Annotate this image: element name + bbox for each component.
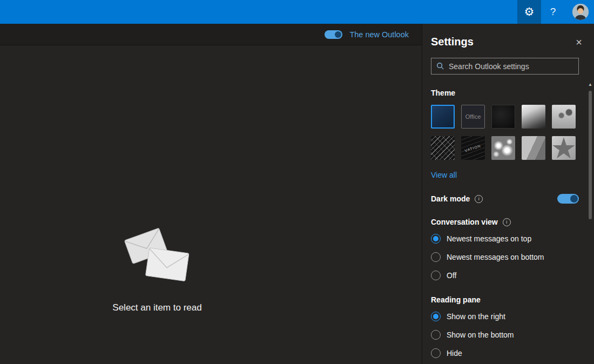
option-label: Newest messages on bottom: [447, 253, 544, 261]
settings-panel: Settings × Theme Office VATION: [422, 24, 594, 364]
theme-tile-star[interactable]: ★: [552, 136, 576, 160]
option-label: Newest messages on top: [447, 234, 531, 243]
radio-icon: [431, 252, 441, 262]
dark-mode-row: Dark mode i: [431, 194, 579, 204]
empty-state: Select an item to read: [60, 227, 254, 313]
radio-option-show-bottom[interactable]: Show on the bottom: [431, 329, 579, 341]
theme-tiles-row-1: Office: [431, 105, 579, 129]
theme-tile-lights[interactable]: [491, 136, 515, 160]
theme-tile-blue[interactable]: [431, 105, 455, 129]
theme-tiles-row-2: VATION ★: [431, 136, 579, 160]
mail-toolbar: The new Outlook: [0, 24, 422, 45]
avatar-photo: [572, 4, 589, 20]
conversation-view-label: Conversation view: [431, 218, 498, 226]
scroll-up-icon[interactable]: ▲: [586, 82, 594, 87]
settings-search-box[interactable]: [431, 58, 579, 75]
star-icon: ★: [552, 136, 576, 160]
reading-pane-label-group: Reading pane: [431, 295, 579, 304]
theme-tile-circuit[interactable]: [431, 136, 455, 160]
user-avatar[interactable]: [572, 4, 589, 20]
option-label: Hide: [447, 349, 462, 358]
dark-mode-toggle[interactable]: [557, 194, 579, 204]
radio-selected-icon: [431, 312, 441, 321]
view-all-link[interactable]: View all: [431, 171, 457, 179]
dark-mode-label: Dark mode: [431, 194, 470, 203]
option-label: Off: [447, 271, 456, 280]
theme-tile-landscape[interactable]: [522, 136, 545, 160]
theme-tile-palms-photo[interactable]: [552, 105, 576, 129]
search-icon: [436, 62, 444, 70]
theme-tile-vation[interactable]: VATION: [461, 136, 485, 160]
help-button[interactable]: ?: [541, 0, 565, 24]
settings-search-input[interactable]: [449, 62, 573, 71]
radio-icon: [431, 271, 441, 280]
close-icon[interactable]: ×: [576, 37, 582, 48]
info-icon[interactable]: i: [503, 218, 511, 226]
new-outlook-label: The new Outlook: [349, 30, 409, 39]
gear-icon: ⚙: [524, 5, 535, 18]
theme-section-label: Theme: [431, 89, 579, 97]
settings-title: Settings: [431, 36, 474, 48]
scrollbar-thumb[interactable]: [589, 91, 592, 219]
reading-pane-area: Select an item to read: [0, 46, 422, 364]
empty-message: Select an item to read: [60, 302, 254, 313]
radio-icon: [431, 330, 441, 340]
dark-mode-label-group: Dark mode i: [431, 194, 483, 203]
option-label: Show on the bottom: [447, 331, 514, 339]
new-outlook-toggle[interactable]: [325, 30, 342, 39]
settings-scrollbar[interactable]: ▲: [586, 81, 594, 364]
help-icon: ?: [550, 6, 556, 18]
reading-pane-label: Reading pane: [431, 295, 481, 304]
toggle-knob: [335, 31, 341, 38]
settings-header: Settings ×: [431, 36, 579, 48]
radio-option-hide[interactable]: Hide: [431, 347, 579, 359]
radio-icon: [431, 348, 441, 358]
radio-selected-icon: [431, 234, 441, 244]
envelopes-illustration: [117, 227, 198, 286]
radio-option-show-right[interactable]: Show on the right: [431, 311, 579, 322]
app-header: ⚙ ?: [0, 0, 594, 24]
settings-gear-button[interactable]: ⚙: [517, 0, 541, 24]
theme-tile-office[interactable]: Office: [461, 105, 485, 129]
info-icon[interactable]: i: [475, 195, 483, 203]
option-label: Show on the right: [447, 312, 505, 321]
theme-tile-beach-photo[interactable]: [522, 105, 545, 129]
radio-option-conversation-off[interactable]: Off: [431, 269, 579, 281]
office-tile-label: Office: [465, 113, 481, 120]
radio-option-newest-on-top[interactable]: Newest messages on top: [431, 233, 579, 245]
theme-tile-black[interactable]: [491, 105, 515, 129]
toggle-knob: [570, 195, 578, 203]
vation-tile-label: VATION: [464, 144, 482, 152]
conversation-view-label-group: Conversation view i: [431, 218, 579, 226]
radio-option-newest-on-bottom[interactable]: Newest messages on bottom: [431, 251, 579, 263]
theme-label-text: Theme: [431, 89, 455, 97]
